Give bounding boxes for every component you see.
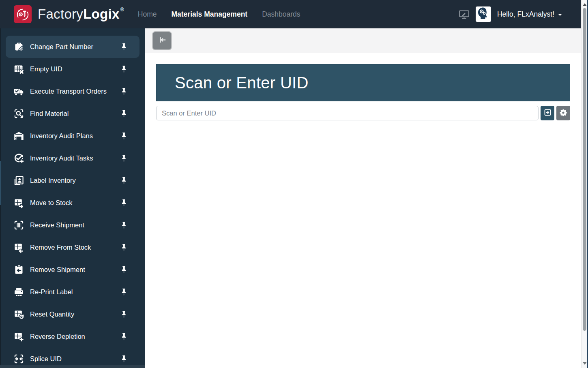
pin-icon[interactable] [121, 311, 127, 318]
briefcase-edit-icon [12, 41, 25, 52]
settings-button[interactable] [556, 106, 570, 120]
head-gears-avatar-icon [476, 6, 490, 22]
submit-uid-button[interactable] [541, 106, 554, 120]
clipboard-arrow-left-icon [12, 264, 25, 275]
box-arrow-right-icon [543, 108, 552, 118]
grid-arrow-right-icon [12, 197, 25, 208]
pin-icon[interactable] [121, 289, 127, 296]
barcode-scan-icon [12, 220, 25, 231]
toolbar [145, 28, 581, 53]
sidebar-menu: Change Part Number Empty UID Execute Tra… [0, 36, 145, 368]
nav-item-dashboards[interactable]: Dashboards [262, 10, 300, 19]
collapse-sidebar-icon [157, 35, 167, 46]
warehouse-icon [12, 131, 25, 141]
sidebar-item-empty-uid[interactable]: Empty UID [6, 58, 139, 80]
uid-input-row [156, 106, 570, 120]
pin-icon[interactable] [121, 110, 127, 118]
caret-down-icon [558, 14, 562, 16]
pin-icon[interactable] [121, 199, 127, 207]
sidebar-item-inventory-audit-tasks[interactable]: Inventory Audit Tasks [6, 147, 139, 169]
sidebar-item-reset-quantity[interactable]: Reset Quantity [6, 303, 139, 325]
sidebar-horizontal-scrollbar[interactable] [0, 365, 145, 368]
scan-uid-panel: Scan or Enter UID [156, 64, 570, 101]
sidebar-item-receive-shipment[interactable]: Receive Shipment [6, 214, 139, 236]
top-navbar: FactoryLogix® Home Materials Management … [0, 0, 581, 28]
pin-icon[interactable] [121, 266, 127, 274]
pin-icon[interactable] [121, 88, 127, 95]
grid-plus-icon [12, 331, 25, 342]
brand[interactable]: FactoryLogix® [0, 5, 124, 23]
sidebar-item-execute-transport-orders[interactable]: Execute Transport Orders [6, 80, 139, 103]
check-plus-icon [12, 153, 25, 164]
nav-item-materials-management[interactable]: Materials Management [171, 10, 247, 19]
truck-check-icon [12, 86, 25, 97]
pin-icon[interactable] [121, 43, 127, 51]
scrollbar-up-arrow[interactable] [583, 3, 587, 6]
scan-search-icon [12, 108, 25, 119]
sidebar-item-change-part-number[interactable]: Change Part Number [6, 36, 139, 58]
splice-arrows-icon [12, 353, 25, 364]
scrollbar-down-arrow[interactable] [583, 362, 587, 365]
sidebar: Change Part Number Empty UID Execute Tra… [0, 28, 145, 368]
scrollbar-thumb[interactable] [583, 8, 586, 331]
printer-icon [12, 287, 25, 297]
uid-input[interactable] [156, 106, 539, 120]
pin-icon[interactable] [121, 133, 127, 140]
id-card-icon [12, 175, 25, 186]
grid-x-icon [12, 64, 25, 75]
factorylogix-bolt-logo-icon [14, 5, 32, 23]
grid-refresh-icon [12, 309, 25, 320]
brand-name: FactoryLogix® [38, 6, 124, 22]
pin-icon[interactable] [121, 155, 127, 162]
grid-arrow-left-icon [12, 242, 25, 253]
pin-icon[interactable] [121, 333, 127, 340]
navbar-right: Hello, FLxAnalyst! [459, 6, 581, 22]
sidebar-item-reverse-depletion[interactable]: Reverse Depletion [6, 325, 139, 348]
sidebar-item-remove-from-stock[interactable]: Remove From Stock [6, 236, 139, 259]
sidebar-item-inventory-audit-plans[interactable]: Inventory Audit Plans [6, 125, 139, 147]
scan-uid-section: Scan or Enter UID [145, 53, 581, 131]
sidebar-item-find-material[interactable]: Find Material [6, 103, 139, 125]
monitor-edit-icon[interactable] [459, 10, 470, 19]
user-menu[interactable]: Hello, FLxAnalyst! [497, 10, 562, 19]
user-greeting: Hello, FLxAnalyst! [497, 10, 554, 19]
gear-icon [559, 109, 567, 118]
sidebar-item-label-inventory[interactable]: Label Inventory [6, 169, 139, 192]
pin-icon[interactable] [121, 66, 127, 73]
pin-icon[interactable] [121, 355, 127, 363]
avatar[interactable] [476, 6, 491, 22]
pin-icon[interactable] [121, 177, 127, 184]
page-scrollbar[interactable] [581, 0, 588, 368]
nav-item-home[interactable]: Home [138, 10, 157, 19]
sidebar-item-re-print-label[interactable]: Re-Print Label [6, 281, 139, 303]
collapse-sidebar-button[interactable] [152, 31, 172, 50]
factorylogix-app: FactoryLogix® Home Materials Management … [0, 0, 588, 368]
panel-title: Scan or Enter UID [157, 74, 309, 92]
pin-icon[interactable] [121, 222, 127, 229]
main-content: Scan or Enter UID [145, 28, 581, 368]
main-nav: Home Materials Management Dashboards [138, 10, 300, 19]
sidebar-item-move-to-stock[interactable]: Move to Stock [6, 192, 139, 214]
sidebar-item-remove-shipment[interactable]: Remove Shipment [6, 259, 139, 281]
pin-icon[interactable] [121, 244, 127, 251]
